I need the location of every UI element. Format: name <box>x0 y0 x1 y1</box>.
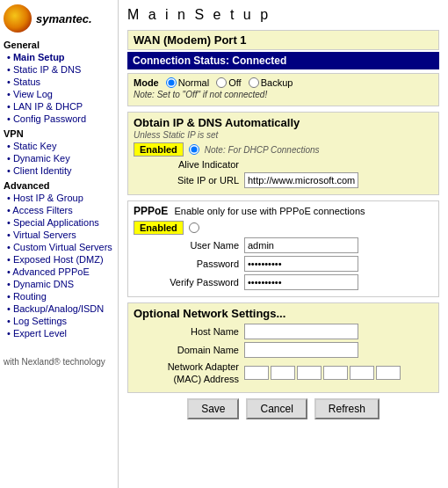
logo-area: symantec. <box>4 4 114 33</box>
username-row: User Name <box>134 237 433 253</box>
sidebar-item-main-setup[interactable]: • Main Setup <box>4 51 114 63</box>
obtain-enabled-row: Enabled Note: For DHCP Connections <box>134 142 433 157</box>
main-content: M a i n S e t u p WAN (Modem) Port 1 Con… <box>119 0 448 488</box>
optional-section: Optional Network Settings... Host Name D… <box>127 302 439 393</box>
sidebar-item-config-password[interactable]: • Config Password <box>4 113 114 125</box>
mac-field-4[interactable] <box>323 366 348 380</box>
sidebar-item-special-apps[interactable]: • Special Applications <box>4 216 114 229</box>
sidebar-item-custom-virtual-servers[interactable]: • Custom Virtual Servers <box>4 241 114 253</box>
alive-indicator-label: Alive Indicator <box>134 159 239 170</box>
pppoe-header-note: Enable only for use with PPPoE connectio… <box>174 206 365 216</box>
mode-backup-option[interactable]: Backup <box>249 77 293 88</box>
sidebar-item-status[interactable]: • Status <box>4 76 114 88</box>
symantec-logo-icon <box>4 4 32 33</box>
password-row: Password <box>134 256 433 272</box>
sidebar-item-view-log[interactable]: • View Log <box>4 88 114 100</box>
pppoe-section: PPPoE Enable only for use with PPPoE con… <box>127 200 439 297</box>
mode-row: Mode Normal Off Backup <box>134 77 433 88</box>
verify-password-row: Verify Password <box>134 274 433 290</box>
obtain-ip-title: Obtain IP & DNS Automatically <box>134 116 433 129</box>
mode-backup-label: Backup <box>261 77 293 88</box>
pppoe-title: PPPoE <box>134 205 168 217</box>
site-ip-row: Site IP or URL <box>134 172 433 188</box>
mac-field-5[interactable] <box>350 366 374 380</box>
site-ip-label: Site IP or URL <box>134 175 239 186</box>
hostname-label: Host Name <box>134 326 239 337</box>
refresh-button[interactable]: Refresh <box>314 398 379 419</box>
mac-fields <box>244 366 401 380</box>
verify-password-label: Verify Password <box>134 277 239 288</box>
domainname-label: Domain Name <box>134 345 239 355</box>
username-input[interactable] <box>244 237 358 253</box>
obtain-ip-note: Unless Static IP is set <box>134 130 433 140</box>
password-label: Password <box>134 259 239 269</box>
sidebar-item-static-key[interactable]: • Static Key <box>4 140 114 152</box>
mac-field-2[interactable] <box>271 366 295 380</box>
mode-normal-option[interactable]: Normal <box>166 77 209 88</box>
obtain-enabled-badge: Enabled <box>134 142 184 157</box>
hostname-input[interactable] <box>244 324 358 339</box>
sidebar-item-lan-ip-dhcp[interactable]: • LAN IP & DHCP <box>4 100 114 113</box>
mode-off-option[interactable]: Off <box>216 77 241 88</box>
wan-section-header: WAN (Modem) Port 1 <box>127 30 439 50</box>
mode-off-radio[interactable] <box>216 77 227 88</box>
mode-normal-radio[interactable] <box>166 77 177 88</box>
sidebar-item-expert-level[interactable]: • Expert Level <box>4 327 114 339</box>
sidebar-item-dynamic-key[interactable]: • Dynamic Key <box>4 152 114 164</box>
pppoe-enabled-radio[interactable] <box>189 222 199 233</box>
domainname-input[interactable] <box>244 342 358 358</box>
sidebar-item-client-identity[interactable]: • Client Identity <box>4 164 114 177</box>
verify-password-input[interactable] <box>244 274 358 290</box>
mac-field-3[interactable] <box>297 366 322 380</box>
mac-field-6[interactable] <box>376 366 401 380</box>
save-button[interactable]: Save <box>187 398 239 419</box>
pppoe-header: PPPoE Enable only for use with PPPoE con… <box>134 205 433 217</box>
mode-off-label: Off <box>228 77 241 88</box>
mode-backup-radio[interactable] <box>249 77 259 88</box>
mac-label: Network Adapter (MAC) Address <box>134 361 239 386</box>
cancel-button[interactable]: Cancel <box>246 398 307 419</box>
sidebar-item-log-settings[interactable]: • Log Settings <box>4 315 114 327</box>
obtain-enabled-note: Note: For DHCP Connections <box>205 145 320 155</box>
site-ip-input[interactable] <box>244 172 358 188</box>
mac-field-1[interactable] <box>244 366 269 380</box>
username-label: User Name <box>134 240 239 251</box>
sidebar-item-static-ip-dns[interactable]: • Static IP & DNS <box>4 63 114 76</box>
domainname-row: Domain Name <box>134 342 433 358</box>
wan-form-section: Mode Normal Off Backup Note: Set to "Off… <box>127 73 439 106</box>
sidebar-item-backup-analog[interactable]: • Backup/Analog/ISDN <box>4 302 114 315</box>
page-title: M a i n S e t u p <box>127 7 439 23</box>
sidebar-general-title: General <box>4 40 114 50</box>
mac-address-row: Network Adapter (MAC) Address <box>134 361 433 386</box>
optional-title: Optional Network Settings... <box>134 307 433 320</box>
pppoe-enabled-badge: Enabled <box>134 221 184 235</box>
password-input[interactable] <box>244 256 358 272</box>
mode-label: Mode <box>134 77 159 88</box>
sidebar-item-routing[interactable]: • Routing <box>4 290 114 302</box>
sidebar-footer: with Nexland® technology <box>4 357 114 367</box>
sidebar-item-exposed-host[interactable]: • Exposed Host (DMZ) <box>4 253 114 266</box>
button-row: Save Cancel Refresh <box>127 398 439 419</box>
sidebar-item-host-ip-group[interactable]: • Host IP & Group <box>4 192 114 204</box>
sidebar-item-dynamic-dns[interactable]: • Dynamic DNS <box>4 278 114 290</box>
alive-indicator-row: Alive Indicator <box>134 159 433 170</box>
mode-radio-group: Normal Off Backup <box>166 77 293 88</box>
mode-normal-label: Normal <box>178 77 209 88</box>
hostname-row: Host Name <box>134 324 433 339</box>
obtain-enabled-radio[interactable] <box>189 144 199 155</box>
sidebar: symantec. General • Main Setup • Static … <box>0 0 119 488</box>
pppoe-enabled-row: Enabled <box>134 221 433 235</box>
sidebar-item-advanced-pppoe[interactable]: • Advanced PPPoE <box>4 266 114 278</box>
obtain-ip-section: Obtain IP & DNS Automatically Unless Sta… <box>127 112 439 195</box>
logo-text: symantec. <box>36 12 92 25</box>
sidebar-vpn-title: VPN <box>4 128 114 139</box>
sidebar-advanced-title: Advanced <box>4 180 114 191</box>
sidebar-item-access-filters[interactable]: • Access Filters <box>4 204 114 216</box>
connection-status-bar: Connection Status: Connected <box>127 52 439 69</box>
mode-note: Note: Set to "Off" if not connected! <box>134 90 433 99</box>
sidebar-item-virtual-servers[interactable]: • Virtual Servers <box>4 229 114 241</box>
